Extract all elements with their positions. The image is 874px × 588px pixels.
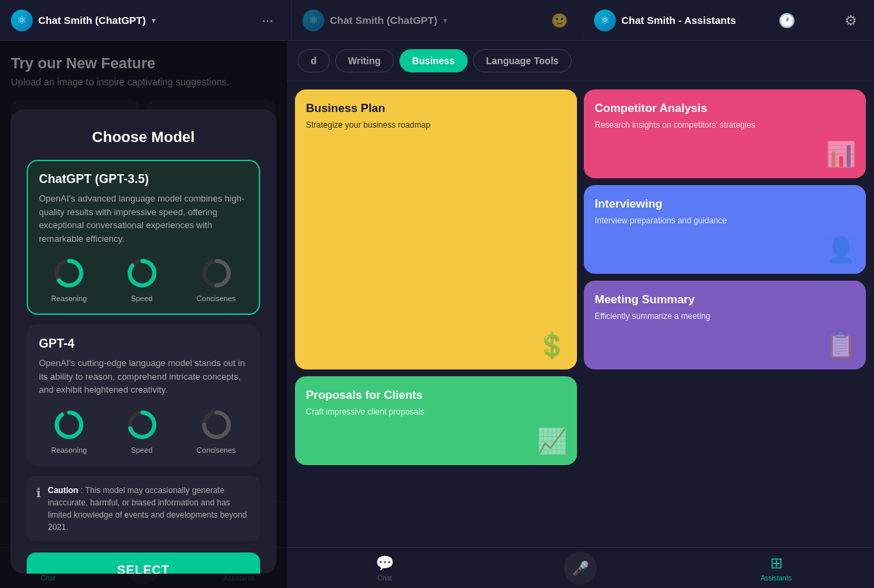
info-icon: ℹ	[36, 486, 41, 533]
tab-business[interactable]: Business	[399, 49, 468, 72]
chevron-down-icon-left[interactable]: ▾	[152, 16, 156, 25]
metric-reasoning-gpt35: Reasoning	[51, 256, 87, 303]
right-panel: d Writing Business Language Tools Busine…	[287, 41, 874, 588]
clipboard-icon: 📋	[826, 331, 856, 360]
clock-button-right[interactable]: 🕐	[775, 8, 800, 33]
chart-up-icon: 📈	[537, 427, 567, 456]
tab-language-tools[interactable]: Language Tools	[473, 49, 572, 72]
person-icon: 👤	[826, 236, 856, 264]
tab-assistants-label-right: Assistants	[761, 574, 792, 582]
metrics-row-gpt4: Reasoning Speed	[39, 408, 248, 454]
main-content: Try our New Feature Upload an image to i…	[0, 41, 874, 588]
assistant-card-meeting[interactable]: Meeting Summary Efficiently summarize a …	[584, 281, 866, 369]
metric-concise-gpt35: Concisenes	[197, 256, 236, 303]
nav-center: ⚛ Chat Smith (ChatGPT) ▾ 🙂	[292, 0, 583, 40]
chat-icon-right: 💬	[376, 555, 394, 572]
metric-concise-gpt4: Concisenes	[197, 408, 236, 454]
assistant-card-title-4: Proposals for Clients	[306, 389, 566, 402]
tab-d[interactable]: d	[298, 49, 330, 72]
right-top-tabs: d Writing Business Language Tools	[287, 41, 874, 81]
donut-svg-speed-gpt4	[125, 408, 159, 442]
model-desc-gpt35: OpenAI's advanced language model combine…	[39, 192, 248, 245]
donut-reasoning-gpt4	[52, 408, 86, 442]
assistant-card-title-1: Competitor Analysis	[595, 102, 855, 115]
modal-overlay: Choose Model ChatGPT (GPT-3.5) OpenAI's …	[0, 41, 287, 588]
grid-icon-right: ⊞	[770, 555, 783, 572]
assistant-card-desc-1: Research insights on competitors' strate…	[595, 120, 855, 131]
tab-assistants-right[interactable]: ⊞ Assistants	[678, 548, 874, 588]
assistant-card-desc-4: Craft impressive client proposals	[306, 406, 566, 418]
nav-title-left: Chat Smith (ChatGPT)	[38, 14, 146, 26]
tab-mic-right[interactable]: 🎤	[483, 548, 679, 588]
model-card-gpt35[interactable]: ChatGPT (GPT-3.5) OpenAI's advanced lang…	[27, 160, 260, 315]
assistant-card-title-0: Business Plan	[306, 102, 566, 115]
metrics-row-gpt35: Reasoning Speed	[39, 256, 248, 303]
metric-label-concise-gpt4: Concisenes	[197, 446, 236, 454]
assistant-card-title-3: Meeting Summary	[595, 293, 855, 307]
select-model-button[interactable]: SELECT	[27, 552, 260, 574]
svg-point-3	[130, 261, 154, 285]
logo-right: ⚛	[594, 10, 616, 31]
metric-label-speed-gpt35: Speed	[131, 294, 153, 303]
metric-label-speed-gpt4: Speed	[131, 446, 153, 454]
mic-icon-right: 🎤	[564, 552, 597, 585]
assistant-card-title-2: Interviewing	[595, 197, 855, 211]
donut-speed-gpt4	[125, 408, 159, 442]
donut-concise-gpt4	[199, 408, 234, 442]
assistant-card-interviewing[interactable]: Interviewing Interview preparations and …	[584, 185, 866, 274]
nav-right: ⚛ Chat Smith - Assistants 🕐 ⚙	[583, 0, 874, 40]
nav-left: ⚛ Chat Smith (ChatGPT) ▾ ···	[0, 0, 292, 40]
nav-title-right: Chat Smith - Assistants	[621, 14, 736, 26]
tab-writing[interactable]: Writing	[335, 49, 394, 72]
right-column-top: Competitor Analysis Research insights on…	[584, 89, 866, 274]
settings-button-right[interactable]: ⚙	[838, 8, 863, 33]
tab-chat-right[interactable]: 💬 Chat	[287, 548, 483, 588]
logo-center: ⚛	[302, 10, 324, 31]
logo-left: ⚛	[11, 10, 33, 31]
donut-svg-speed-gpt35	[125, 256, 159, 290]
model-card-gpt4[interactable]: GPT-4 OpenAI's cutting-edge language mod…	[27, 324, 260, 466]
donut-svg-reasoning-gpt35	[52, 256, 86, 290]
metric-speed-gpt4: Speed	[125, 408, 159, 454]
bottom-nav-right: 💬 Chat 🎤 ⊞ Assistants	[287, 547, 874, 588]
metric-reasoning-gpt4: Reasoning	[51, 408, 87, 454]
donut-svg-concise-gpt4	[199, 408, 234, 442]
tab-chat-label-right: Chat	[378, 574, 392, 582]
modal-title: Choose Model	[27, 128, 260, 146]
caution-text: Caution : This model may occasionally ge…	[48, 484, 251, 533]
assistant-card-desc-0: Strategize your business roadmap	[306, 120, 566, 131]
metric-speed-gpt35: Speed	[125, 256, 159, 303]
nav-title-center: Chat Smith (ChatGPT)	[330, 14, 438, 26]
caution-label: Caution	[48, 486, 79, 495]
assistant-card-desc-3: Efficiently summarize a meeting	[595, 311, 855, 322]
svg-point-7	[57, 412, 81, 437]
assistant-card-competitor[interactable]: Competitor Analysis Research insights on…	[584, 89, 866, 178]
donut-reasoning-gpt35	[52, 256, 86, 290]
dollar-icon: 💲	[537, 331, 567, 360]
assistants-grid: Business Plan Strategize your business r…	[287, 81, 874, 547]
assistant-card-proposals[interactable]: Proposals for Clients Craft impressive c…	[295, 376, 577, 465]
chart-icon: 📊	[826, 140, 856, 169]
assistant-card-desc-2: Interview preparations and guidance	[595, 215, 855, 227]
smiley-button-center[interactable]: 🙂	[547, 8, 572, 33]
model-desc-gpt4: OpenAI's cutting-edge language model sta…	[39, 356, 248, 397]
chevron-down-icon-center[interactable]: ▾	[443, 16, 447, 25]
left-panel: Try our New Feature Upload an image to i…	[0, 41, 287, 588]
donut-svg-concise-gpt35	[199, 256, 234, 290]
options-button-left[interactable]: ···	[255, 8, 280, 33]
top-navigation: ⚛ Chat Smith (ChatGPT) ▾ ··· ⚛ Chat Smit…	[0, 0, 874, 41]
donut-concise-gpt35	[199, 256, 234, 290]
metric-label-concise-gpt35: Concisenes	[197, 294, 236, 303]
donut-speed-gpt35	[125, 256, 159, 290]
caution-box: ℹ Caution : This model may occasionally …	[27, 476, 260, 542]
metric-label-reasoning-gpt4: Reasoning	[51, 446, 87, 454]
model-name-gpt35: ChatGPT (GPT-3.5)	[39, 172, 248, 186]
donut-svg-reasoning-gpt4	[52, 408, 86, 442]
model-name-gpt4: GPT-4	[39, 337, 248, 351]
metric-label-reasoning-gpt35: Reasoning	[51, 294, 87, 303]
choose-model-modal: Choose Model ChatGPT (GPT-3.5) OpenAI's …	[10, 109, 277, 574]
assistant-card-business-plan[interactable]: Business Plan Strategize your business r…	[295, 89, 577, 369]
